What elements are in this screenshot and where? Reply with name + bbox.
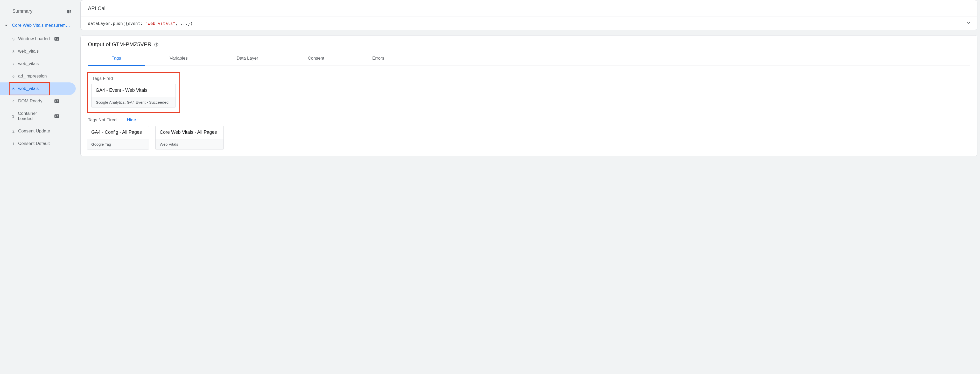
session-group-label: Core Web Vitals measurem… <box>12 23 70 28</box>
sidebar: Summary Core Web Vitals measurem… 9 Wind… <box>0 0 78 374</box>
output-tabs: Tags Variables Data Layer Consent Errors <box>88 51 970 66</box>
event-label: web_vitals <box>18 86 39 91</box>
event-item-web-vitals-selected[interactable]: 5 web_vitals <box>0 83 76 95</box>
svg-rect-0 <box>54 37 59 41</box>
svg-rect-2 <box>54 114 59 118</box>
tag-card-title: GA4 - Config - All Pages <box>87 126 149 138</box>
event-label: Consent Update <box>18 129 50 134</box>
tags-fired-highlight: Tags Fired GA4 - Event - Web Vitals Goog… <box>87 72 180 113</box>
event-index: 3 <box>10 114 14 118</box>
tags-not-fired-label: Tags Not Fired <box>88 118 117 123</box>
tags-fired-label: Tags Fired <box>91 75 176 84</box>
event-index: 9 <box>10 37 14 41</box>
event-index: 1 <box>10 142 14 146</box>
tab-tags[interactable]: Tags <box>88 51 145 65</box>
tags-not-fired-row: Tags Not Fired Hide <box>87 113 971 126</box>
chevron-down-icon[interactable] <box>966 21 971 26</box>
event-item-window-loaded[interactable]: 9 Window Loaded <box>0 33 76 45</box>
tag-card-sub: Google Analytics: GA4 Event - Succeeded <box>92 97 175 108</box>
event-item-container-loaded[interactable]: 3 Container Loaded <box>0 107 76 125</box>
event-list: 9 Window Loaded 8 web_vitals 7 web_vital… <box>0 30 78 150</box>
session-group-row[interactable]: Core Web Vitals measurem… <box>0 20 78 30</box>
event-index: 4 <box>10 99 14 103</box>
output-title: Output of GTM-PMZ5VPR <box>88 41 151 48</box>
event-item-dom-ready[interactable]: 4 DOM Ready <box>0 95 76 107</box>
api-call-title: API Call <box>81 0 977 17</box>
event-label: Container Loaded <box>18 111 51 121</box>
event-label: web_vitals <box>18 61 39 66</box>
event-index: 2 <box>10 129 14 134</box>
summary-row[interactable]: Summary <box>0 6 78 20</box>
event-label: Consent Default <box>18 141 50 146</box>
code-icon <box>54 37 59 41</box>
output-card: Output of GTM-PMZ5VPR Tags Variables Dat… <box>80 35 977 156</box>
output-title-row: Output of GTM-PMZ5VPR <box>88 41 970 48</box>
tag-card-sub: Web Vitals <box>156 138 223 150</box>
event-index: 7 <box>10 62 14 66</box>
tab-consent[interactable]: Consent <box>282 51 350 65</box>
svg-rect-1 <box>54 99 59 103</box>
main-panel: API Call dataLayer.push({event: "web_vit… <box>78 0 980 374</box>
tab-errors[interactable]: Errors <box>350 51 407 65</box>
tag-card-fired[interactable]: GA4 - Event - Web Vitals Google Analytic… <box>91 84 176 108</box>
tag-card-sub: Google Tag <box>87 138 149 150</box>
output-header: Output of GTM-PMZ5VPR Tags Variables Dat… <box>81 35 977 66</box>
chevron-down-icon <box>5 25 8 26</box>
event-item-consent-update[interactable]: 2 Consent Update <box>0 125 76 137</box>
api-call-row[interactable]: dataLayer.push({event: "web_vitals", ...… <box>81 17 977 30</box>
summary-label: Summary <box>13 8 32 14</box>
event-index: 6 <box>10 74 14 78</box>
event-label: web_vitals <box>18 49 39 54</box>
api-call-code: dataLayer.push({event: "web_vitals", ...… <box>88 21 193 26</box>
event-label: Window Loaded <box>18 36 50 41</box>
output-body: Tags Fired GA4 - Event - Web Vitals Goog… <box>81 66 977 156</box>
event-label: DOM Ready <box>18 99 43 103</box>
event-index: 8 <box>10 49 14 54</box>
event-item-web-vitals[interactable]: 8 web_vitals <box>0 45 76 57</box>
tab-variables[interactable]: Variables <box>145 51 212 65</box>
event-item-web-vitals[interactable]: 7 web_vitals <box>0 57 76 70</box>
tab-data-layer[interactable]: Data Layer <box>212 51 282 65</box>
tag-card-not-fired[interactable]: Core Web Vitals - All Pages Web Vitals <box>155 126 224 150</box>
clear-list-icon[interactable] <box>66 8 72 14</box>
svg-point-4 <box>156 45 157 46</box>
help-icon[interactable] <box>154 42 159 47</box>
tag-card-not-fired[interactable]: GA4 - Config - All Pages Google Tag <box>87 126 149 150</box>
tags-not-fired-cards: GA4 - Config - All Pages Google Tag Core… <box>87 126 971 150</box>
tag-card-title: Core Web Vitals - All Pages <box>156 126 223 138</box>
api-call-card: API Call dataLayer.push({event: "web_vit… <box>80 0 977 30</box>
event-item-ad-impression[interactable]: 6 ad_impression <box>0 70 76 83</box>
code-icon <box>54 99 59 103</box>
hide-link[interactable]: Hide <box>127 118 136 123</box>
tag-card-title: GA4 - Event - Web Vitals <box>92 84 175 97</box>
event-label: ad_impression <box>18 73 47 79</box>
event-item-consent-default[interactable]: 1 Consent Default <box>0 137 76 150</box>
event-index: 5 <box>10 87 14 91</box>
code-icon <box>54 114 59 118</box>
